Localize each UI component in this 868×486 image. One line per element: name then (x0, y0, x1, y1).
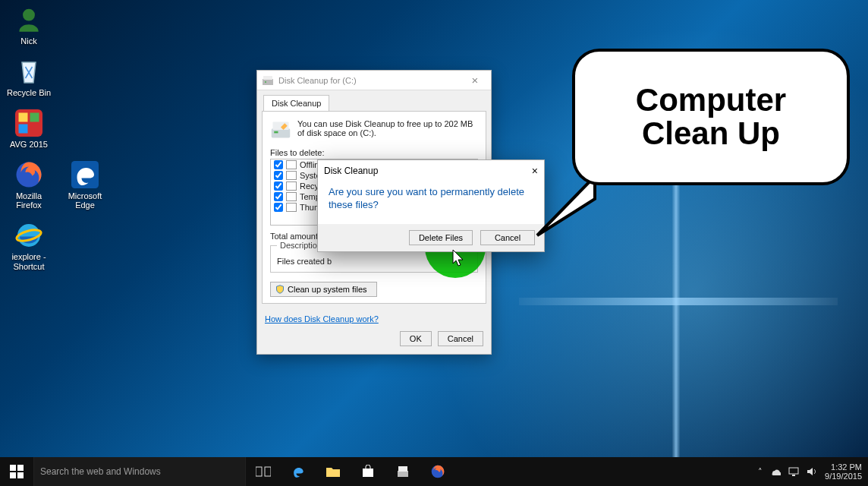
close-icon[interactable]: × (532, 165, 538, 177)
dialog-message: Are you sure you want to permanently del… (318, 181, 544, 224)
window-titlebar[interactable]: Disk Cleanup for (C:) × (257, 71, 491, 90)
speech-bubble: Computer Clean Up (572, 49, 850, 185)
svg-rect-2 (19, 113, 28, 122)
speech-bubble-tail (536, 176, 596, 237)
desktop-icon-avg[interactable]: AVG 2015 (3, 108, 55, 149)
avg-icon (14, 108, 44, 138)
taskbar-file-explorer[interactable] (316, 457, 351, 486)
dialog-title: Disk Cleanup (324, 166, 378, 176)
onedrive-icon[interactable] (770, 466, 781, 477)
description-text: Files created b (277, 257, 471, 266)
close-icon[interactable]: × (464, 74, 486, 87)
edge-icon (70, 159, 100, 190)
folder-icon (326, 465, 341, 478)
svg-rect-19 (17, 472, 24, 478)
taskbar-search[interactable]: Search the web and Windows (33, 457, 246, 486)
tray-chevron-icon[interactable]: ˄ (758, 467, 763, 477)
svg-rect-27 (792, 475, 795, 476)
file-type-icon (286, 192, 297, 201)
edge-icon (291, 464, 306, 479)
svg-rect-14 (274, 131, 278, 134)
disk-cleanup-icon (396, 465, 410, 478)
svg-rect-17 (17, 465, 24, 471)
taskbar-edge[interactable] (281, 457, 316, 486)
checkbox[interactable] (274, 160, 283, 169)
ok-button[interactable]: OK (400, 331, 432, 346)
taskbar-clock[interactable]: 1:32 PM 9/19/2015 (825, 462, 862, 481)
taskbar-disk-cleanup[interactable] (385, 457, 420, 486)
recycle-bin-icon (14, 56, 44, 87)
file-type-icon (286, 171, 297, 180)
file-type-icon (286, 160, 297, 169)
dialog-titlebar[interactable]: Disk Cleanup × (318, 160, 544, 181)
desktop-icon-label: Nick (20, 36, 36, 46)
svg-rect-4 (19, 125, 28, 134)
desktop-icon-label: Recycle Bin (7, 88, 51, 97)
svg-rect-10 (263, 76, 272, 80)
taskbar-pinned (246, 457, 455, 486)
cleanup-blurb: You can use Disk Cleanup to free up to 2… (297, 119, 478, 140)
svg-point-11 (265, 81, 266, 83)
svg-marker-15 (537, 176, 595, 235)
clock-time: 1:32 PM (825, 462, 862, 472)
desktop-icon-iexplore[interactable]: iexplore - Shortcut (3, 220, 55, 270)
delete-files-button[interactable]: Delete Files (409, 230, 473, 245)
disk-cleanup-large-icon (270, 119, 291, 140)
svg-rect-9 (263, 79, 273, 85)
taskbar-store[interactable] (351, 457, 385, 486)
store-icon (361, 465, 375, 478)
svg-rect-22 (363, 469, 373, 477)
window-title: Disk Cleanup for (C:) (278, 76, 357, 85)
user-folder-icon (14, 5, 44, 35)
taskbar: Search the web and Windows ˄ 1:32 PM 9/1… (0, 457, 868, 486)
shield-icon (275, 285, 285, 294)
desktop-icon-edge[interactable]: Microsoft Edge (59, 159, 111, 210)
checkbox[interactable] (274, 171, 283, 180)
confirm-dialog: Disk Cleanup × Are you sure you want to … (317, 159, 545, 252)
file-type-icon (286, 203, 297, 212)
checkbox[interactable] (274, 181, 283, 191)
search-placeholder: Search the web and Windows (40, 466, 161, 477)
tab-disk-cleanup[interactable]: Disk Cleanup (263, 95, 329, 111)
desktop-icon-recycle-bin[interactable]: Recycle Bin (3, 56, 55, 97)
firefox-icon (14, 159, 44, 190)
bubble-line1: Computer (636, 84, 786, 117)
task-view-button[interactable] (246, 457, 281, 486)
svg-rect-23 (398, 471, 408, 477)
volume-icon[interactable] (807, 467, 817, 476)
taskbar-firefox[interactable] (420, 457, 455, 486)
desktop-icons: Nick Recycle Bin AVG 2015 Mozilla Firefo… (3, 5, 111, 271)
clock-date: 9/19/2015 (825, 472, 862, 481)
firefox-icon (430, 464, 445, 479)
svg-rect-20 (256, 467, 262, 476)
files-to-delete-label: Files to delete: (270, 148, 478, 157)
desktop-icon-firefox[interactable]: Mozilla Firefox (3, 159, 55, 210)
svg-rect-16 (10, 465, 16, 471)
desktop-icon-label: iexplore - Shortcut (3, 252, 55, 270)
checkbox[interactable] (274, 203, 283, 212)
checkbox[interactable] (274, 192, 283, 201)
help-link[interactable]: How does Disk Cleanup work? (265, 314, 379, 323)
window-footer: OK Cancel (257, 323, 491, 354)
cancel-button[interactable]: Cancel (480, 230, 535, 245)
internet-explorer-icon (14, 220, 44, 251)
system-tray[interactable]: ˄ 1:32 PM 9/19/2015 (752, 457, 868, 486)
cleanup-system-files-button[interactable]: Clean up system files (270, 282, 377, 297)
network-icon[interactable] (788, 467, 799, 476)
desktop-icon-user[interactable]: Nick (3, 5, 55, 46)
windows-logo-icon (10, 465, 24, 478)
svg-rect-24 (398, 466, 407, 472)
desktop-icon-label: Microsoft Edge (59, 191, 111, 210)
svg-rect-26 (789, 468, 798, 474)
dialog-footer: Delete Files Cancel (318, 224, 544, 251)
svg-rect-18 (10, 472, 16, 478)
start-button[interactable] (0, 457, 33, 486)
task-view-icon (256, 465, 271, 478)
svg-rect-21 (265, 467, 271, 476)
file-type-icon (286, 181, 297, 191)
desktop-icon-label: AVG 2015 (10, 140, 48, 149)
cancel-button[interactable]: Cancel (438, 331, 483, 346)
disk-cleanup-app-icon (262, 74, 274, 87)
desktop-icon-label: Mozilla Firefox (3, 191, 55, 210)
svg-rect-3 (30, 113, 39, 122)
